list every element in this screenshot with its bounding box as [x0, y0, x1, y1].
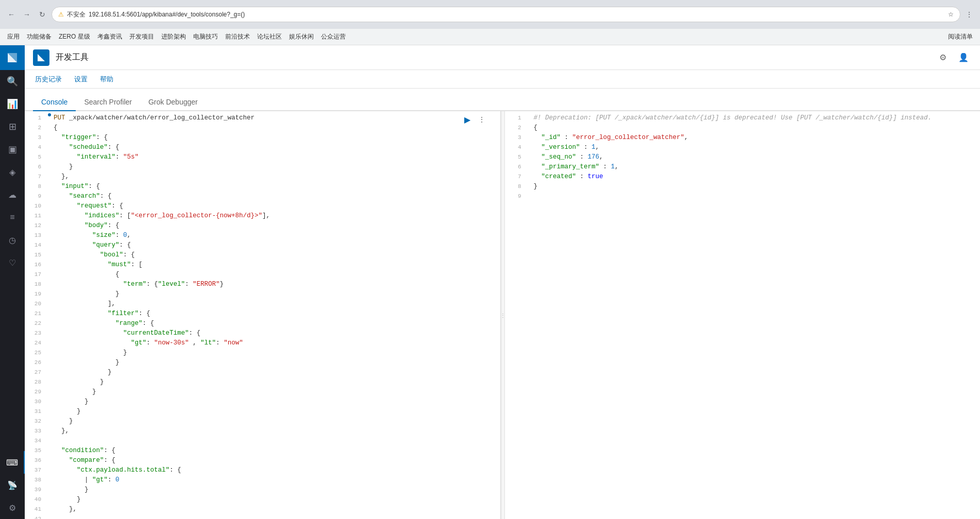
code-line-42: 42	[25, 514, 500, 519]
code-line-41: 41 },	[25, 505, 500, 514]
sidebar-item-canvas[interactable]: ▣	[0, 138, 25, 161]
app-header: 开发工具 ⚙ 👤	[25, 45, 980, 70]
code-line-9: 9 "search": {	[25, 192, 500, 201]
sidebar-item-apm[interactable]: ◷	[0, 229, 25, 251]
code-line-15: 15 "bool": {	[25, 250, 500, 260]
app-logo-icon	[37, 54, 45, 62]
svg-marker-2	[38, 54, 45, 61]
code-line-29: 29 }	[25, 387, 500, 397]
code-line-37: 37 "ctx.payload.hits.total": {	[25, 465, 500, 475]
sidebar-item-maps[interactable]: ◈	[0, 161, 25, 183]
bookmark-news[interactable]: 考鑫资讯	[94, 31, 125, 42]
bookmark-entertainment[interactable]: 娱乐休闲	[286, 31, 317, 42]
browser-nav-buttons: ← → ↻	[4, 7, 49, 22]
code-line-40: 40 }	[25, 495, 500, 505]
app-header-right: ⚙ 👤	[935, 49, 972, 66]
code-line-26: 26 }	[25, 358, 500, 368]
output-line-7: 7 "created" : true	[505, 172, 981, 182]
tab-search-profiler[interactable]: Search Profiler	[76, 94, 140, 111]
code-line-6: 6 }	[25, 162, 500, 172]
extensions-button[interactable]: ⋮	[962, 8, 976, 21]
bookmark-public[interactable]: 公众运营	[318, 31, 349, 42]
code-line-10: 10 "request": {	[25, 201, 500, 211]
code-line-7: 7 },	[25, 172, 500, 182]
sidebar-item-visualize[interactable]: 📊	[0, 93, 25, 115]
code-line-24: 24 "gt": "now-30s" , "lt": "now"	[25, 338, 500, 348]
code-line-13: 13 "size": 0,	[25, 231, 500, 240]
sidebar-item-dashboard[interactable]: ⊞	[0, 115, 25, 138]
code-line-21: 21 "filter": {	[25, 309, 500, 319]
code-line-39: 39 }	[25, 485, 500, 495]
sidebar-item-uptime[interactable]: ♡	[0, 251, 25, 274]
forward-button[interactable]: →	[20, 7, 34, 22]
code-line-36: 36 "compare": {	[25, 456, 500, 465]
code-line-28: 28 }	[25, 377, 500, 387]
browser-actions: ⋮	[962, 8, 976, 21]
output-line-4: 4 "_version" : 1,	[505, 143, 981, 152]
address-bar[interactable]: ⚠ 不安全 192.168.51.4:5601/app/kibana#/dev_…	[52, 7, 960, 22]
left-code-editor[interactable]: 1 PUT _xpack/watcher/watch/error_log_col…	[25, 111, 500, 519]
sidebar-item-devtools[interactable]: ⌨	[0, 451, 25, 474]
user-button[interactable]: 👤	[955, 49, 972, 66]
history-link[interactable]: 历史记录	[33, 75, 64, 84]
sidebar-item-monitoring[interactable]: 📡	[0, 474, 25, 496]
sidebar-item-logs[interactable]: ≡	[0, 206, 25, 229]
code-line-23: 23 "currentDateTime": {	[25, 328, 500, 338]
code-line-31: 31 }	[25, 407, 500, 417]
code-line-30: 30 }	[25, 397, 500, 407]
bookmark-dev[interactable]: 开发项目	[126, 31, 157, 42]
editor-area: ▶ ⋮ 1 PUT _xpack/watcher/watch/error_log…	[25, 111, 980, 519]
help-link[interactable]: 帮助	[98, 75, 115, 84]
bookmark-forum[interactable]: 论坛社区	[254, 31, 285, 42]
code-line-19: 19 }	[25, 289, 500, 299]
output-line-1: 1 #! Deprecation: [PUT /_xpack/watcher/w…	[505, 113, 981, 123]
output-line-9: 9	[505, 192, 981, 201]
panel-divider[interactable]: ⋮	[501, 111, 505, 519]
back-button[interactable]: ←	[4, 7, 19, 22]
code-line-14: 14 "query": {	[25, 240, 500, 250]
sidebar-item-management[interactable]: ⚙	[0, 496, 25, 519]
code-line-11: 11 "indices": ["<error_log_collector-{no…	[25, 211, 500, 221]
settings-link[interactable]: 设置	[72, 75, 90, 84]
bookmark-arch[interactable]: 进阶架构	[158, 31, 189, 42]
code-line-8: 8 "input": {	[25, 182, 500, 192]
sidebar-item-infra[interactable]: ☁	[0, 183, 25, 206]
code-line-32: 32 }	[25, 417, 500, 426]
bookmark-features[interactable]: 功能储备	[24, 31, 55, 42]
editor-right: 1 #! Deprecation: [PUT /_xpack/watcher/w…	[505, 111, 981, 519]
code-line-2: 2 {	[25, 123, 500, 133]
bookmark-frontier[interactable]: 前沿技术	[222, 31, 253, 42]
bookmarks-bar: 应用 功能储备 ZERO 星级 考鑫资讯 开发项目 进阶架构 电脑技巧 前沿技术…	[0, 29, 980, 45]
app-container: 🔍 📊 ⊞ ▣ ◈ ☁ ≡ ◷ ♡ ⌨ 📡	[0, 45, 980, 519]
output-line-6: 6 "_primary_term" : 1,	[505, 162, 981, 172]
code-line-17: 17 {	[25, 270, 500, 280]
kibana-logo[interactable]	[0, 45, 25, 70]
bookmark-zero[interactable]: ZERO 星级	[56, 31, 93, 42]
sidebar: 🔍 📊 ⊞ ▣ ◈ ☁ ≡ ◷ ♡ ⌨ 📡	[0, 45, 25, 519]
refresh-button[interactable]: ↻	[35, 7, 49, 22]
security-label: 不安全	[67, 10, 86, 19]
settings-button[interactable]: ⚙	[935, 49, 951, 66]
sidebar-item-discover[interactable]: 🔍	[0, 70, 25, 93]
code-line-4: 4 "schedule": {	[25, 143, 500, 152]
kibana-logo-icon	[7, 52, 18, 63]
bookmark-reading-list[interactable]: 阅读清单	[945, 31, 976, 42]
right-code-editor[interactable]: 1 #! Deprecation: [PUT /_xpack/watcher/w…	[505, 111, 981, 519]
code-line-25: 25 }	[25, 348, 500, 358]
tab-console[interactable]: Console	[33, 94, 76, 111]
code-line-35: 35 "condition": {	[25, 446, 500, 456]
bookmark-apps[interactable]: 应用	[4, 31, 23, 42]
editor-toolbar: ▶ ⋮	[461, 113, 488, 126]
code-line-20: 20 ],	[25, 299, 500, 309]
code-line-12: 12 "body": {	[25, 221, 500, 231]
bookmark-tech[interactable]: 电脑技巧	[190, 31, 221, 42]
main-area: 开发工具 ⚙ 👤 历史记录 设置 帮助 Console Search Profi…	[25, 45, 980, 519]
more-options-button[interactable]: ⋮	[476, 113, 488, 126]
tab-grok-debugger[interactable]: Grok Debugger	[140, 94, 206, 111]
code-line-38: 38 | "gt": 0	[25, 475, 500, 485]
output-line-3: 3 "_id" : "error_log_collector_watcher",	[505, 133, 981, 143]
run-button[interactable]: ▶	[461, 113, 474, 126]
code-line-34: 34	[25, 436, 500, 446]
output-line-8: 8 }	[505, 182, 981, 192]
star-icon[interactable]: ☆	[948, 11, 954, 18]
